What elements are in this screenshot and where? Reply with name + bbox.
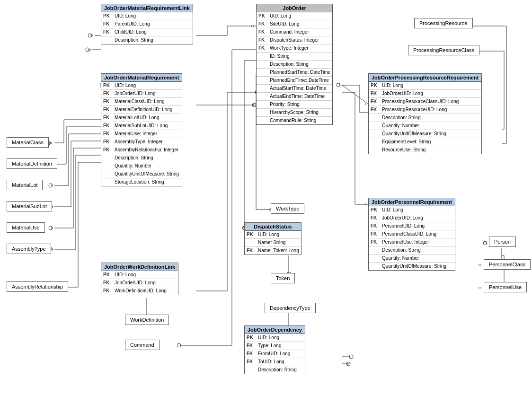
field-key-jobOrder-6 xyxy=(258,61,270,68)
field-row-jobOrder-3: FKDispatchStatus: Integer xyxy=(257,36,332,44)
svg-point-20 xyxy=(49,184,53,187)
field-key-jobOrderProcessingResourceRequirement-4 xyxy=(371,114,382,121)
field-name-jobOrderProcessingResourceRequirement-2: ProcessingResourceClassUID: Long xyxy=(382,98,479,105)
field-row-jobOrder-10: ActualEndTime: DateTime xyxy=(257,93,332,101)
field-key-jobOrderPersonnelRequirement-3: FK xyxy=(371,231,382,237)
field-name-jobOrderDependency-3: ToUID: Long xyxy=(258,359,303,365)
svg-point-112 xyxy=(337,83,340,87)
field-row-jobOrderMaterialRequirementLink-2: FKChildUID: Long xyxy=(101,28,193,36)
field-row-jobOrder-11: Priority: String xyxy=(257,101,332,109)
field-name-jobOrderProcessingResourceRequirement-1: JobOrderUID: Long xyxy=(382,90,479,97)
field-key-jobOrderMaterialRequirement-6: FK xyxy=(103,131,115,137)
field-key-jobOrder-0: PK xyxy=(258,13,270,19)
field-key-jobOrderProcessingResourceRequirement-6 xyxy=(371,131,382,137)
entity-jobOrderPersonnelRequirement: JobOrderPersonnelRequirementPKUID: LongF… xyxy=(368,198,455,271)
entity-jobOrderProcessingResourceRequirement: JobOrderProcessingResourceRequirementPKU… xyxy=(368,73,482,154)
entity-person: Person xyxy=(489,237,516,247)
field-name-jobOrderProcessingResourceRequirement-8: ResourceUse: String xyxy=(382,147,479,153)
entity-materialClass: MaterialClass xyxy=(7,137,49,148)
diagram-container: JobOrderMaterialRequirementLinkPKUID: Lo… xyxy=(0,0,532,413)
field-key-jobOrderMaterialRequirement-12 xyxy=(103,179,115,185)
field-row-dispatchStatus-0: PKUID: Long xyxy=(245,231,301,239)
svg-point-79 xyxy=(483,241,487,245)
field-name-jobOrderWorkDefinitionLink-0: UID: Long xyxy=(115,272,176,278)
field-key-jobOrderProcessingResourceRequirement-8 xyxy=(371,147,382,153)
entity-header-jobOrderDependency: JobOrderDependency xyxy=(245,326,305,334)
field-key-jobOrderProcessingResourceRequirement-7 xyxy=(371,139,382,145)
entity-header-jobOrderWorkDefinitionLink: JobOrderWorkDefinitionLink xyxy=(101,263,178,271)
field-key-jobOrderMaterialRequirement-2: FK xyxy=(103,98,115,105)
field-key-jobOrderProcessingResourceRequirement-1: FK xyxy=(371,90,382,97)
entity-materialSubLot: MaterialSubLot xyxy=(7,201,52,211)
field-row-jobOrderProcessingResourceRequirement-8: ResourceUse: String xyxy=(369,146,481,154)
field-row-jobOrder-8: PlannedEndTime: DateTime xyxy=(257,77,332,85)
field-key-jobOrderMaterialRequirementLink-0: PK xyxy=(103,13,115,19)
svg-line-71 xyxy=(342,85,368,104)
field-key-jobOrder-4: FK xyxy=(258,45,270,52)
field-key-dispatchStatus-1 xyxy=(247,239,258,246)
field-name-jobOrderProcessingResourceRequirement-5: Quantity: Number xyxy=(382,123,479,129)
field-row-jobOrderPersonnelRequirement-7: QuantityUnitOfMeasure: String xyxy=(369,263,455,270)
field-key-jobOrderDependency-1: FK xyxy=(247,343,258,349)
field-row-jobOrder-4: FKWorkType: Integer xyxy=(257,44,332,53)
field-row-jobOrder-0: PKUID: Long xyxy=(257,12,332,20)
field-key-jobOrder-10 xyxy=(258,93,270,100)
field-name-jobOrder-4: WorkType: Integer xyxy=(270,45,330,52)
field-key-jobOrderMaterialRequirement-4: FK xyxy=(103,114,115,121)
field-key-jobOrder-3: FK xyxy=(258,37,270,44)
field-row-jobOrderPersonnelRequirement-2: FKPersonnelUID: Long xyxy=(369,222,455,230)
field-name-jobOrder-10: ActualEndTime: DateTime xyxy=(270,93,330,100)
entity-command: Command xyxy=(125,340,160,350)
field-name-jobOrder-2: Command: Integer xyxy=(270,29,330,35)
svg-point-60 xyxy=(177,343,181,347)
svg-point-99 xyxy=(346,362,350,366)
field-name-jobOrderProcessingResourceRequirement-6: QuantityUnitOfMeasure: String xyxy=(382,131,479,137)
entity-jobOrderMaterialRequirementLink: JobOrderMaterialRequirementLinkPKUID: Lo… xyxy=(101,4,193,44)
field-key-jobOrder-5 xyxy=(258,53,270,60)
field-key-jobOrderMaterialRequirement-11 xyxy=(103,171,115,177)
field-name-jobOrderProcessingResourceRequirement-7: EquipmentLevel: String xyxy=(382,139,479,145)
field-row-jobOrderMaterialRequirement-4: FKMaterialLotUID: Long xyxy=(101,114,182,122)
field-row-jobOrderMaterialRequirement-9: Description: String xyxy=(101,154,182,162)
field-name-jobOrderMaterialRequirement-10: Quantity: Number xyxy=(115,163,180,169)
field-row-jobOrderMaterialRequirement-7: FKAssemblyType: Integer xyxy=(101,138,182,146)
field-name-jobOrder-8: PlannedEndTime: DateTime xyxy=(270,77,330,84)
field-key-jobOrderProcessingResourceRequirement-3: FK xyxy=(371,106,382,113)
entity-header-dispatchStatus: DispatchStatus xyxy=(245,223,301,231)
field-row-jobOrder-9: ActualStartTime: DateTime xyxy=(257,85,332,93)
svg-point-4 xyxy=(88,34,92,37)
field-key-jobOrderDependency-0: PK xyxy=(247,334,258,341)
field-key-jobOrderPersonnelRequirement-1: FK xyxy=(371,215,382,221)
entity-header-jobOrderPersonnelRequirement: JobOrderPersonnelRequirement xyxy=(369,198,455,206)
entity-jobOrder: JobOrderPKUID: LongFKSiteUID: LongFKComm… xyxy=(256,4,333,125)
field-key-jobOrderWorkDefinitionLink-1: FK xyxy=(103,280,115,286)
entity-assemblyType: AssemblyType xyxy=(7,244,51,254)
field-key-jobOrderMaterialRequirement-10 xyxy=(103,163,115,169)
field-row-jobOrder-6: Description: String xyxy=(257,61,332,69)
field-row-jobOrderPersonnelRequirement-1: FKJobOrderUID: Long xyxy=(369,214,455,222)
field-row-jobOrderProcessingResourceRequirement-6: QuantityUnitOfMeasure: String xyxy=(369,130,481,138)
field-row-jobOrderProcessingResourceRequirement-4: Description: String xyxy=(369,114,481,122)
field-key-jobOrderPersonnelRequirement-2: FK xyxy=(371,223,382,229)
field-row-jobOrderMaterialRequirementLink-1: FKParentUID: Long xyxy=(101,20,193,28)
field-row-jobOrderMaterialRequirement-2: FKMaterialClassUID: Long xyxy=(101,98,182,106)
field-row-jobOrderDependency-0: PKUID: Long xyxy=(245,334,305,342)
entity-dispatchStatus: DispatchStatusPKUID: LongName: StringFKN… xyxy=(244,222,301,255)
entity-workDefinition: WorkDefinition xyxy=(125,315,169,325)
field-key-jobOrderDependency-2: FK xyxy=(247,351,258,357)
field-row-jobOrderMaterialRequirement-0: PKUID: Long xyxy=(101,82,182,90)
field-key-jobOrderMaterialRequirementLink-1: FK xyxy=(103,21,115,27)
svg-point-43 xyxy=(252,103,256,107)
field-name-dispatchStatus-0: UID: Long xyxy=(258,231,299,238)
field-name-jobOrderProcessingResourceRequirement-3: ProcessingResourceUID: Long xyxy=(382,106,479,113)
field-key-jobOrderMaterialRequirement-1: FK xyxy=(103,90,115,97)
field-name-jobOrderMaterialRequirement-5: MaterialSubLotUID: Long xyxy=(115,123,180,129)
entity-token: Token xyxy=(271,273,295,283)
field-name-jobOrderMaterialRequirement-0: UID: Long xyxy=(115,82,180,89)
field-key-jobOrder-13 xyxy=(258,117,270,124)
field-row-jobOrderWorkDefinitionLink-0: PKUID: Long xyxy=(101,271,178,279)
field-name-jobOrder-0: UID: Long xyxy=(270,13,330,19)
entity-materialLot: MaterialLot xyxy=(7,180,43,190)
field-row-dispatchStatus-1: Name: String xyxy=(245,239,301,247)
field-row-jobOrderProcessingResourceRequirement-3: FKProcessingResourceUID: Long xyxy=(369,106,481,114)
